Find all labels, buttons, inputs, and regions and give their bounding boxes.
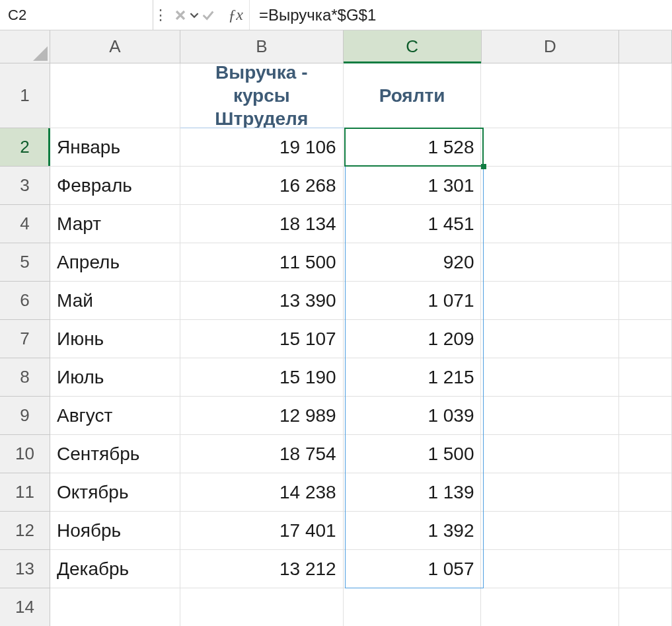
cell-C9[interactable]: 1 039: [344, 397, 482, 435]
cell-C12[interactable]: 1 392: [344, 512, 482, 550]
row-header-13[interactable]: 13: [0, 550, 50, 588]
row-header-2[interactable]: 2: [0, 128, 50, 167]
cell-A14[interactable]: [50, 588, 180, 626]
cell-A7[interactable]: Июнь: [50, 320, 180, 358]
cell-C13[interactable]: 1 057: [344, 550, 482, 588]
cell-D3[interactable]: [481, 167, 619, 205]
row-header-4[interactable]: 4: [0, 205, 50, 243]
cell-A3[interactable]: Февраль: [50, 167, 180, 205]
cell-C1[interactable]: Роялти: [344, 63, 482, 128]
cell-C8[interactable]: 1 215: [344, 358, 482, 397]
select-all-corner[interactable]: [0, 30, 50, 63]
col-header-overflow[interactable]: [619, 30, 672, 63]
cell-overflow-9[interactable]: [619, 397, 672, 435]
cell-C14[interactable]: [344, 588, 482, 626]
cell-overflow-11[interactable]: [619, 473, 672, 512]
fx-button[interactable]: ƒx: [222, 0, 250, 30]
cell-D6[interactable]: [481, 282, 619, 320]
cell-B6[interactable]: 13 390: [180, 282, 344, 320]
cell-B9[interactable]: 12 989: [180, 397, 344, 435]
row-headers: 1234567891011121314: [0, 63, 50, 626]
cell-D11[interactable]: [481, 473, 619, 512]
cell-B7[interactable]: 15 107: [180, 320, 344, 358]
row-header-10[interactable]: 10: [0, 435, 50, 473]
cell-D10[interactable]: [481, 435, 619, 473]
cell-overflow-8[interactable]: [619, 358, 672, 397]
cell-D9[interactable]: [481, 397, 619, 435]
cell-D4[interactable]: [481, 205, 619, 243]
cell-B12[interactable]: 17 401: [180, 512, 344, 550]
cell-B5[interactable]: 11 500: [180, 243, 344, 282]
cell-D1[interactable]: [481, 63, 619, 128]
cell-overflow-13[interactable]: [619, 550, 672, 588]
formula-input[interactable]: [250, 0, 672, 30]
name-box-wrap[interactable]: [0, 0, 153, 30]
cell-B2[interactable]: 19 106: [180, 128, 344, 167]
cell-overflow-7[interactable]: [619, 320, 672, 358]
cell-A5[interactable]: Апрель: [50, 243, 180, 282]
cell-C5[interactable]: 920: [344, 243, 482, 282]
table-row: Март18 1341 451: [50, 205, 672, 243]
cell-D14[interactable]: [481, 588, 619, 626]
column-headers: A B C D: [50, 30, 672, 63]
cell-D7[interactable]: [481, 320, 619, 358]
cell-C3[interactable]: 1 301: [344, 167, 482, 205]
cell-A8[interactable]: Июль: [50, 358, 180, 397]
row-header-3[interactable]: 3: [0, 167, 50, 205]
cell-D2[interactable]: [481, 128, 619, 167]
cell-overflow-12[interactable]: [619, 512, 672, 550]
cell-overflow-3[interactable]: [619, 167, 672, 205]
cell-B3[interactable]: 16 268: [180, 167, 344, 205]
cell-A4[interactable]: Март: [50, 205, 180, 243]
cell-overflow-1[interactable]: [619, 63, 672, 128]
col-header-B[interactable]: B: [180, 30, 344, 63]
cell-B14[interactable]: [180, 588, 344, 626]
cell-D5[interactable]: [481, 243, 619, 282]
cell-C10[interactable]: 1 500: [344, 435, 482, 473]
cell-A1[interactable]: [50, 63, 180, 128]
row-header-14[interactable]: 14: [0, 588, 50, 626]
cell-B13[interactable]: 13 212: [180, 550, 344, 588]
cells-area[interactable]: Выручка - курсы Штруделя Роялти Январь19…: [50, 63, 672, 626]
row-header-6[interactable]: 6: [0, 282, 50, 320]
cell-D8[interactable]: [481, 358, 619, 397]
cell-C4[interactable]: 1 451: [344, 205, 482, 243]
cell-C11[interactable]: 1 139: [344, 473, 482, 512]
cell-B8[interactable]: 15 190: [180, 358, 344, 397]
cell-overflow-2[interactable]: [619, 128, 672, 167]
col-header-A[interactable]: A: [50, 30, 180, 63]
cell-A2[interactable]: Январь: [50, 128, 180, 167]
cell-B10[interactable]: 18 754: [180, 435, 344, 473]
cell-overflow-4[interactable]: [619, 205, 672, 243]
cell-B4[interactable]: 18 134: [180, 205, 344, 243]
cell-A12[interactable]: Ноябрь: [50, 512, 180, 550]
cell-B1[interactable]: Выручка - курсы Штруделя: [180, 63, 344, 128]
row-header-12[interactable]: 12: [0, 512, 50, 550]
cell-C2[interactable]: 1 528: [344, 128, 482, 167]
cell-A9[interactable]: Август: [50, 397, 180, 435]
cell-overflow-6[interactable]: [619, 282, 672, 320]
cell-D12[interactable]: [481, 512, 619, 550]
table-empty-row: [50, 588, 672, 626]
cell-A13[interactable]: Декабрь: [50, 550, 180, 588]
col-header-D[interactable]: D: [482, 30, 620, 63]
col-header-C[interactable]: C: [344, 30, 482, 63]
cell-A11[interactable]: Октябрь: [50, 473, 180, 512]
row-header-7[interactable]: 7: [0, 320, 50, 358]
cell-overflow-14[interactable]: [619, 588, 672, 626]
cell-C7[interactable]: 1 209: [344, 320, 482, 358]
cell-B11[interactable]: 14 238: [180, 473, 344, 512]
cell-A6[interactable]: Май: [50, 282, 180, 320]
row-header-9[interactable]: 9: [0, 397, 50, 435]
cell-C6[interactable]: 1 071: [344, 282, 482, 320]
cell-overflow-5[interactable]: [619, 243, 672, 282]
row-header-8[interactable]: 8: [0, 358, 50, 397]
row-header-1[interactable]: 1: [0, 63, 50, 128]
table-row: Февраль16 2681 301: [50, 167, 672, 205]
cell-D13[interactable]: [481, 550, 619, 588]
cell-overflow-10[interactable]: [619, 435, 672, 473]
cell-A10[interactable]: Сентябрь: [50, 435, 180, 473]
row-header-11[interactable]: 11: [0, 473, 50, 512]
row-header-5[interactable]: 5: [0, 243, 50, 282]
spreadsheet-grid[interactable]: A B C D 1234567891011121314 Выручка - ку…: [0, 30, 672, 626]
